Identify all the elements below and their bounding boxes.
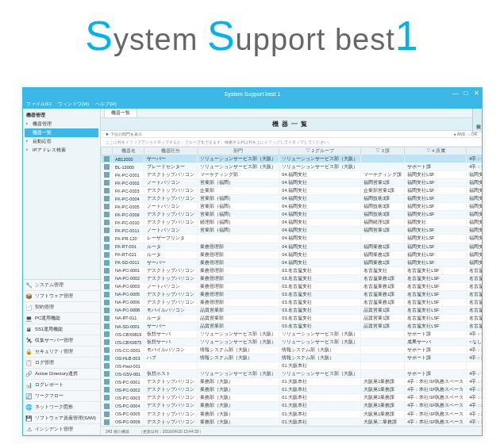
cell bbox=[102, 227, 113, 235]
table-row[interactable]: BL-13000ブレードセンターソリューションサービス部（大阪）ソリューションサ… bbox=[102, 163, 483, 171]
table-row[interactable]: FK-PC-0004デスクトップパソコン営業部（福岡）04.福岡支社福岡技術3課… bbox=[102, 195, 483, 203]
sidenav-item[interactable]: 🖥SS1運用機能 bbox=[23, 324, 100, 335]
sidenav-item[interactable]: 🔒セキュリティ管理 bbox=[23, 346, 100, 358]
tree-root[interactable]: 機器管理 bbox=[25, 111, 98, 120]
sidenav-item[interactable]: 💾ソフトウェア資産管理(SAM) bbox=[23, 413, 100, 424]
sidenav-item[interactable]: 🛰収集サーバー管理 bbox=[23, 335, 100, 346]
table-row[interactable]: OS-HLB-003ハブ情報システム部（大阪）情報システム部（大阪）サポート課4… bbox=[102, 354, 483, 362]
column-header[interactable]: ▽ 2 グループ bbox=[279, 147, 361, 155]
table-row[interactable]: FK-SD-0011サーバー業務管理部04.福岡支社福岡業務1課福岡支社LSF福… bbox=[102, 258, 483, 266]
module-icon: 📊 bbox=[25, 381, 33, 388]
cell: 福岡支社LSF bbox=[405, 171, 467, 179]
row-icon bbox=[104, 371, 110, 377]
device-grid[interactable]: 機器名機器区分部門▽ 2 グループ▽ 3 課▽ 4 所属▽ 5 所属2管理権限▽… bbox=[101, 147, 482, 426]
table-row[interactable]: OS-PC-0002デスクトップパソコン業務部（大阪）01.大阪本社大阪第1業務… bbox=[102, 386, 483, 394]
table-row[interactable]: NA-PC-0005デスクトップパソコン業務管理部03.名古屋支社名古屋業務1課… bbox=[102, 290, 483, 298]
table-row[interactable]: NA-PC-0002デスクトップパソコン業務管理部03.名古屋支社名古屋業務1課… bbox=[102, 274, 483, 282]
table-row[interactable]: OS-PC-0004デスクトップパソコン業務部（大阪）01.大阪本社大阪第1業務… bbox=[102, 402, 483, 410]
sidenav-item[interactable]: 📋ログ管理 bbox=[23, 358, 100, 369]
column-header[interactable]: 機器区分 bbox=[144, 147, 198, 155]
cell: 福岡支社LSF bbox=[467, 187, 482, 195]
table-row[interactable]: OS-CC-0001モバイルパソコン情報システム部（大阪）情報システム部（大阪）… bbox=[102, 346, 483, 354]
sidenav-item[interactable]: 🌐ネットワーク図形 bbox=[23, 402, 100, 413]
table-row[interactable]: FK-PC-0003デスクトップパソコン企業部04.福岡支社企業部営業1課福岡支… bbox=[102, 187, 483, 195]
sidenav-item[interactable]: ⚠インシデント管理 bbox=[23, 424, 100, 435]
table-row[interactable]: NA-PC-0003ノートパソコン業務管理部03.名古屋支社名古屋業務1課名古屋… bbox=[102, 282, 483, 290]
cell bbox=[102, 354, 113, 362]
table-row[interactable]: OS-PC-0006デスクトップパソコン業務部（大阪）01.大阪本社大阪第二業務… bbox=[102, 418, 483, 426]
table-row[interactable]: OS-PC-0003デスクトップパソコン業務部（大阪）01.大阪本社大阪第1業務… bbox=[102, 394, 483, 402]
table-row[interactable]: NA-SD-0001サーバー品質営業部03.名古屋支社品質営業1課名古屋支社LS… bbox=[102, 322, 483, 330]
cell: サポート課 bbox=[405, 331, 467, 339]
sidenav-item[interactable]: 📊ログレポート bbox=[23, 380, 100, 391]
cell: 福岡支社 bbox=[405, 219, 467, 227]
right-search-tab[interactable]: 検索 bbox=[472, 109, 482, 132]
cell: 仮想サーバ bbox=[144, 339, 198, 346]
table-row[interactable]: FK-PC-0011ノートパソコン営業部（福岡）04.福岡支社福岡営業1課福岡支… bbox=[102, 227, 483, 235]
cell bbox=[102, 266, 113, 274]
column-header[interactable] bbox=[102, 147, 113, 155]
tree-item[interactable]: IPアドレス検索 bbox=[25, 146, 98, 155]
cell: 大阪第1業務課 bbox=[361, 402, 405, 410]
table-row[interactable]: NA-RT-011ルータ品質営業部03.名古屋支社品質営業1課名古屋支社LSF名… bbox=[102, 314, 483, 322]
cell bbox=[361, 163, 405, 171]
sidenav-item[interactable]: 🔗Active Directory連携 bbox=[23, 369, 100, 380]
table-row[interactable]: FK-PC-0009デスクトップパソコン営業部（福岡）04.福岡支社福岡技術3課… bbox=[102, 211, 483, 219]
sidenav-item[interactable]: 📦ソフトウェア管理 bbox=[23, 291, 100, 302]
table-row[interactable]: NA-PC-0008モバイルパソコン品質営業部03.名古屋支社品質営業1課名古屋… bbox=[102, 306, 483, 314]
table-row[interactable]: NA-PC-0001デスクトップパソコン業務管理部03.名古屋支社名古屋支社名古… bbox=[102, 266, 483, 274]
cell: 03.名古屋支社 bbox=[279, 314, 361, 322]
table-row[interactable]: FK-PR-120レーザープリンタ04.福岡支社福岡支社LSF福岡支社LSF bbox=[102, 235, 483, 243]
show-subdept[interactable]: ▶ 下位の部門を表示 bbox=[106, 132, 142, 136]
column-header[interactable]: 部門 bbox=[198, 147, 279, 155]
column-header[interactable]: ▽ 5 所属2 bbox=[467, 147, 482, 155]
column-header[interactable]: ▽ 3 課 bbox=[361, 147, 405, 155]
table-row[interactable]: AB12000サーバーソリューションサービス部（大阪）ソリューションサービス部（… bbox=[102, 155, 483, 163]
filter-and[interactable]: ● AND bbox=[454, 132, 466, 136]
module-icon: 📦 bbox=[25, 293, 33, 300]
menu-item[interactable]: ファイル(F) bbox=[26, 101, 52, 108]
max-button[interactable]: □ bbox=[462, 89, 470, 97]
table-row[interactable]: OS-Hwd-00101.大阪本社 bbox=[102, 362, 483, 370]
cell: 04.福岡支社 bbox=[279, 227, 361, 235]
sidenav-item[interactable]: 📄契約管理 bbox=[23, 302, 100, 313]
row-icon bbox=[104, 164, 110, 170]
row-icon bbox=[104, 268, 110, 274]
table-row[interactable]: OS-CBX0819仮想サーバソリューションサービス部（大阪）ソリューションサー… bbox=[102, 331, 483, 339]
cell: OS-CC-0001 bbox=[113, 346, 144, 354]
cell: OS-CBX0819 bbox=[113, 331, 144, 339]
cell: ノートパソコン bbox=[144, 179, 198, 187]
tree-item[interactable]: 機器管理 bbox=[25, 120, 98, 128]
table-row[interactable]: FK-RT-001ルータ業務管理部04.福岡支社福岡業務1課福岡支社LSF福岡支… bbox=[102, 243, 483, 251]
close-button[interactable]: ✕ bbox=[472, 89, 480, 97]
sidenav-item[interactable]: 🔧システム管理 bbox=[23, 280, 100, 291]
table-row[interactable]: OS-PC-0005デスクトップパソコン業務部（大阪）01.大阪本社大阪第1業務… bbox=[102, 410, 483, 418]
menu-item[interactable]: ヘルプ(H) bbox=[95, 101, 116, 108]
table-row[interactable]: NA-PC-0006デスクトップパソコン業務管理部03.名古屋支社名古屋業務1課… bbox=[102, 298, 483, 306]
column-header[interactable]: 機器名 bbox=[113, 147, 144, 155]
min-button[interactable]: — bbox=[452, 89, 460, 97]
table-row[interactable]: FK-PC-0001デスクトップパソコンマーケティング部04.福岡支社マーケティ… bbox=[102, 171, 483, 179]
menu-item[interactable]: ウィンドウ(W) bbox=[58, 101, 90, 108]
module-label: インシデント管理 bbox=[35, 426, 73, 433]
table-row[interactable]: OS-GSV-001仮想ホストソリューションサービス部（大阪）ソリューションサー… bbox=[102, 370, 483, 378]
table-row[interactable]: FK-RT-021ルータ業務管理部04.福岡支社福岡業務1課福岡支社LSF福岡支… bbox=[102, 251, 483, 258]
table-row[interactable]: FK-PC-0005ノートパソコン営業部（福岡）04.福岡支社福岡技術3課福岡支… bbox=[102, 203, 483, 211]
table-row[interactable]: OS-PC-0001デスクトップパソコン業務部（大阪）01.大阪本社大阪第1業務… bbox=[102, 378, 483, 386]
module-icon: 🌐 bbox=[25, 404, 33, 411]
cell: 名古屋業務1課 bbox=[361, 274, 405, 282]
cell: 福岡支社LSF bbox=[405, 251, 467, 258]
column-header[interactable]: ▽ 4 所属 bbox=[405, 147, 467, 155]
table-row[interactable]: OS-CBX0875仮想サーバソリューションサービス部（大阪）ソリューションサー… bbox=[102, 339, 483, 346]
sidenav-item[interactable]: 🔄ワークフロー bbox=[23, 391, 100, 402]
table-row[interactable]: FK-PC-0010デスクトップパソコン経理部（福岡）04.福岡支社福岡経理1課… bbox=[102, 219, 483, 227]
cell bbox=[102, 306, 113, 314]
tab-devices[interactable]: 機器一覧 bbox=[104, 109, 137, 117]
tree-item[interactable]: 目動応答 bbox=[25, 137, 98, 146]
cell bbox=[102, 282, 113, 290]
cell: 01.大阪本社 bbox=[279, 362, 361, 370]
table-row[interactable]: FK-PC-0002ノートパソコン営業部（福岡）04.福岡支社福岡営業1課福岡支… bbox=[102, 179, 483, 187]
tree-item[interactable]: 機器一覧 bbox=[25, 128, 98, 137]
module-icon: 🖥 bbox=[25, 326, 33, 333]
sidenav-item[interactable]: 💻PC運用機能 bbox=[23, 313, 100, 324]
